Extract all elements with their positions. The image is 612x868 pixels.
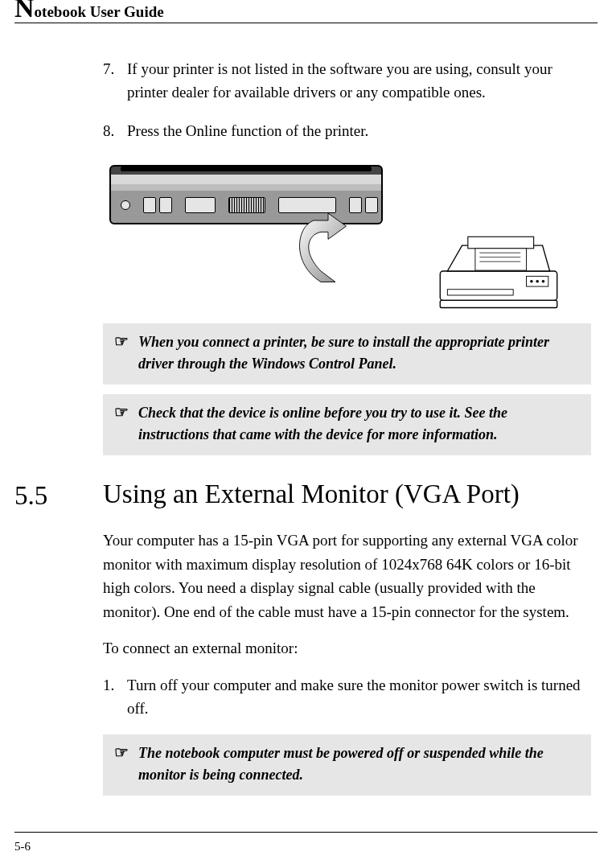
pointer-icon: ☞	[114, 743, 138, 786]
paragraph: Your computer has a 15-pin VGA port for …	[103, 529, 591, 623]
content-column: 7. If your printer is not listed in the …	[103, 57, 591, 455]
svg-point-9	[536, 280, 539, 283]
note-text: The notebook computer must be powered of…	[138, 743, 580, 786]
pointer-icon: ☞	[114, 402, 138, 446]
header-title: Notebook User Guide	[14, 3, 164, 20]
parallel-port-icon	[278, 197, 336, 213]
note-box-2: ☞ Check that the device is online before…	[103, 394, 591, 455]
printer-illustration	[430, 231, 567, 311]
note-text: When you connect a printer, be sure to i…	[138, 331, 580, 375]
list-text: Press the Online function of the printer…	[127, 119, 591, 142]
port-icon	[143, 197, 156, 213]
vga-port-icon	[185, 197, 216, 213]
svg-rect-11	[447, 290, 513, 295]
content-column: Your computer has a 15-pin VGA port for …	[103, 529, 591, 796]
svg-rect-2	[468, 237, 534, 249]
port-icon	[159, 197, 172, 213]
section-number: 5.5	[14, 479, 103, 511]
printer-connection-figure	[103, 165, 591, 314]
header-title-rest: otebook User Guide	[35, 3, 164, 20]
page-header: Notebook User Guide	[14, 3, 598, 23]
list-text: Turn off your computer and make sure the…	[127, 673, 591, 721]
svg-point-8	[530, 280, 533, 283]
footer-rule	[14, 832, 598, 833]
section-heading: 5.5 Using an External Monitor (VGA Port)	[14, 479, 598, 511]
header-dropcap: N	[14, 0, 35, 23]
section-title: Using an External Monitor (VGA Port)	[103, 479, 598, 511]
page: Notebook User Guide 7. If your printer i…	[0, 0, 612, 868]
note-box-1: ☞ When you connect a printer, be sure to…	[103, 323, 591, 385]
list-number: 8.	[103, 119, 127, 142]
page-number: 5-6	[14, 840, 31, 854]
pointer-icon: ☞	[114, 331, 138, 375]
arrow-icon	[292, 213, 364, 286]
svg-point-10	[542, 280, 545, 283]
slot-icon	[228, 197, 265, 213]
note-box-3: ☞ The notebook computer must be powered …	[103, 734, 591, 796]
list-number: 1.	[103, 673, 127, 721]
list-item-7: 7. If your printer is not listed in the …	[103, 57, 591, 105]
port-icon	[349, 197, 362, 213]
list-item-1: 1. Turn off your computer and make sure …	[103, 673, 591, 721]
note-text: Check that the device is online before y…	[138, 402, 580, 446]
power-icon	[121, 200, 130, 210]
list-item-8: 8. Press the Online function of the prin…	[103, 119, 591, 142]
list-number: 7.	[103, 57, 127, 105]
svg-rect-3	[475, 249, 527, 270]
paragraph: To connect an external monitor:	[103, 636, 591, 660]
list-text: If your printer is not listed in the sof…	[127, 57, 591, 105]
port-icon	[365, 197, 378, 213]
svg-rect-1	[440, 301, 557, 308]
